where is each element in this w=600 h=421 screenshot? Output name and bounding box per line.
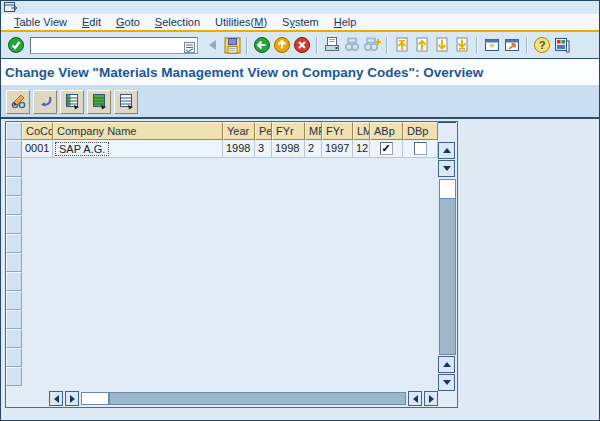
menu-help[interactable]: Help (334, 16, 357, 28)
menu-goto[interactable]: Goto (116, 16, 140, 28)
row-selector[interactable] (6, 329, 22, 348)
undo-icon[interactable] (33, 90, 57, 114)
row-selector-column (6, 158, 22, 394)
col-header-pe[interactable]: Pe (255, 122, 272, 140)
row-selector[interactable] (6, 215, 22, 234)
print-icon[interactable] (322, 35, 342, 55)
row-selector[interactable] (6, 272, 22, 291)
dbp-checkbox[interactable] (414, 142, 427, 155)
menu-selection[interactable]: Selection (155, 16, 200, 28)
col-header-lm[interactable]: LM (353, 122, 370, 140)
row-selector[interactable] (6, 234, 22, 253)
cell-abp: ✓ (370, 140, 403, 158)
new-session-icon[interactable]: ✳ (482, 35, 502, 55)
col-header-cocd[interactable]: CoCd (22, 122, 53, 140)
customize-layout-icon[interactable] (552, 35, 572, 55)
scroll-up-icon[interactable] (438, 142, 455, 159)
row-selector[interactable] (6, 140, 22, 158)
row-selector[interactable] (6, 348, 22, 367)
cell-pe[interactable]: 3 (255, 140, 272, 158)
row-selector[interactable] (6, 310, 22, 329)
scroll-left-icon[interactable] (49, 391, 63, 406)
cell-lm[interactable]: 12 (353, 140, 370, 158)
cell-year[interactable]: 1998 (223, 140, 255, 158)
cancel-icon[interactable] (292, 35, 312, 55)
horizontal-scrollbar (49, 391, 438, 406)
svg-text:✳: ✳ (488, 41, 496, 51)
scroll-down-icon[interactable] (438, 374, 455, 391)
standard-toolbar: ✳ ? (1, 32, 599, 59)
menu-utilities[interactable]: Utilities(M) (215, 16, 267, 28)
window-top-strip (1, 1, 599, 14)
cell-fyr[interactable]: 1998 (272, 140, 305, 158)
vertical-scroll-thumb[interactable] (440, 180, 455, 199)
menu-bar: Table View Edit Goto Selection Utilities… (1, 14, 599, 30)
col-header-abp[interactable]: ABp (370, 122, 403, 140)
back-icon[interactable] (252, 35, 272, 55)
first-page-icon[interactable] (392, 35, 412, 55)
table-copy-icon[interactable] (87, 90, 111, 114)
title-bar: Change View "Materials Management View o… (1, 59, 599, 86)
row-selector[interactable] (6, 196, 22, 215)
toolbar-separator (316, 37, 318, 54)
previous-page-icon[interactable] (412, 35, 432, 55)
row-selector[interactable] (6, 367, 22, 386)
col-header-fyr2[interactable]: FYr (322, 122, 353, 140)
enter-icon[interactable] (6, 35, 26, 55)
application-toolbar (1, 86, 599, 119)
table-row: 0001 SAP A.G. 1998 3 1998 2 1997 12 ✓ (6, 140, 457, 158)
company-name-value[interactable]: SAP A.G. (55, 142, 109, 156)
cell-mp[interactable]: 2 (305, 140, 322, 158)
find-icon[interactable] (342, 35, 362, 55)
toggle-display-change-icon[interactable] (6, 90, 30, 114)
row-selector[interactable] (6, 158, 22, 177)
create-shortcut-icon[interactable] (502, 35, 522, 55)
save-icon[interactable] (222, 35, 242, 55)
help-icon[interactable]: ? (532, 35, 552, 55)
row-selector[interactable] (6, 291, 22, 310)
table-body (6, 158, 457, 394)
col-header-year[interactable]: Year (223, 122, 255, 140)
command-input[interactable] (30, 37, 198, 54)
exit-icon[interactable] (272, 35, 292, 55)
scroll-down-icon[interactable] (438, 160, 455, 177)
vertical-scrollbar (438, 123, 456, 391)
form-arrow-icon[interactable] (4, 0, 18, 17)
cell-fyr2[interactable]: 1997 (322, 140, 353, 158)
menu-table-view[interactable]: Table View (14, 16, 67, 28)
last-page-icon[interactable] (452, 35, 472, 55)
col-header-mp[interactable]: MP (305, 122, 322, 140)
cell-company-name[interactable]: SAP A.G. (53, 140, 223, 158)
row-selector[interactable] (6, 253, 22, 272)
toolbar-separator (386, 37, 388, 54)
select-all-cell[interactable] (6, 122, 22, 140)
col-header-company-name[interactable]: Company Name (53, 122, 223, 140)
horizontal-scroll-track[interactable] (109, 392, 406, 405)
scroll-up-icon[interactable] (438, 356, 455, 373)
page-title: Change View "Materials Management View o… (5, 65, 483, 80)
vertical-scroll-track[interactable] (439, 179, 456, 355)
content-area: CoCd Company Name Year Pe FYr MP FYr LM … (1, 119, 599, 420)
menu-edit[interactable]: Edit (82, 16, 101, 28)
table-header-row: CoCd Company Name Year Pe FYr MP FYr LM … (6, 122, 457, 140)
abp-checkbox[interactable]: ✓ (380, 142, 393, 155)
col-header-fyr[interactable]: FYr (272, 122, 305, 140)
table-control: CoCd Company Name Year Pe FYr MP FYr LM … (5, 121, 458, 408)
scroll-right-icon[interactable] (424, 391, 438, 406)
scroll-right-icon[interactable] (65, 391, 79, 406)
next-page-icon[interactable] (432, 35, 452, 55)
svg-text:?: ? (539, 39, 546, 51)
cell-dbp (403, 140, 438, 158)
find-next-icon[interactable] (362, 35, 382, 55)
scroll-left-icon[interactable] (408, 391, 422, 406)
col-header-dbp[interactable]: DBp (403, 122, 438, 140)
table-empty-area (22, 158, 457, 394)
cell-cocd[interactable]: 0001 (22, 140, 53, 158)
row-selector[interactable] (6, 177, 22, 196)
command-list-icon[interactable] (184, 39, 195, 57)
collapse-command-icon[interactable] (209, 40, 216, 50)
horizontal-scroll-thumb[interactable] (81, 392, 109, 405)
menu-system[interactable]: System (282, 16, 319, 28)
table-expand-icon[interactable] (60, 90, 84, 114)
table-details-icon[interactable] (114, 90, 138, 114)
